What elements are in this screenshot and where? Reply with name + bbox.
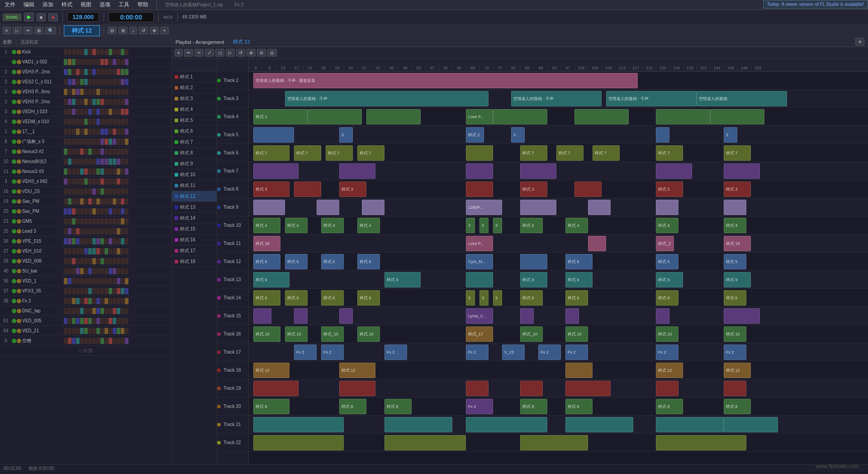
ch-solo-btn[interactable] bbox=[17, 249, 21, 254]
ch-pad[interactable] bbox=[80, 258, 84, 264]
ch-mute-btn[interactable] bbox=[12, 110, 16, 114]
ch-pad[interactable] bbox=[125, 168, 128, 175]
ch-pad[interactable] bbox=[88, 79, 92, 85]
ch-mute-btn[interactable] bbox=[12, 129, 16, 134]
grid-block[interactable] bbox=[574, 109, 629, 124]
ch-name[interactable]: VEH3 P...2ms bbox=[22, 99, 63, 104]
grid-block[interactable]: 样式 7 bbox=[294, 145, 321, 161]
ch-pad[interactable] bbox=[113, 248, 116, 254]
ch-name[interactable]: Lead 3 bbox=[22, 229, 63, 234]
menu-add[interactable]: 添加 bbox=[41, 1, 55, 9]
ch-pad[interactable] bbox=[113, 139, 116, 145]
ch-pad[interactable] bbox=[76, 49, 80, 55]
pattern-list-item[interactable]: 样式 11 bbox=[172, 180, 217, 191]
ch-pad[interactable] bbox=[76, 208, 80, 215]
ch-pad[interactable] bbox=[88, 119, 92, 125]
ch-pad[interactable] bbox=[80, 129, 84, 135]
ch-pad[interactable] bbox=[88, 258, 92, 264]
ch-pad[interactable] bbox=[96, 198, 100, 205]
ch-pad[interactable] bbox=[92, 248, 96, 254]
ch-pad[interactable] bbox=[109, 258, 112, 264]
menu-style[interactable]: 样式 bbox=[60, 1, 74, 9]
ch-pad[interactable] bbox=[92, 139, 96, 145]
ch-pad[interactable] bbox=[117, 188, 120, 195]
ch-pad[interactable] bbox=[76, 228, 80, 235]
ch-pad[interactable] bbox=[68, 129, 71, 135]
grid-block[interactable] bbox=[565, 308, 579, 324]
ch-name[interactable]: VPE_015 bbox=[22, 239, 63, 244]
ch-pad[interactable] bbox=[64, 288, 67, 294]
ch-name[interactable]: VED_008 bbox=[22, 259, 63, 263]
ch-pad[interactable] bbox=[109, 338, 112, 344]
ch-pad[interactable] bbox=[80, 119, 84, 125]
menu-help[interactable]: 帮助 bbox=[136, 1, 150, 9]
ch-pad[interactable] bbox=[76, 318, 80, 324]
ch-pad[interactable] bbox=[121, 178, 124, 185]
grid-block[interactable]: 样式 4 bbox=[357, 218, 380, 233]
ch-pad[interactable] bbox=[104, 238, 108, 244]
ch-pad[interactable] bbox=[121, 258, 124, 264]
ch-pad[interactable] bbox=[113, 59, 116, 65]
ch-pad[interactable] bbox=[125, 79, 128, 85]
grid-block[interactable]: 样式 9 bbox=[724, 272, 751, 287]
ch-pad[interactable] bbox=[109, 328, 112, 334]
ch-pad[interactable] bbox=[113, 208, 116, 215]
ch-pad[interactable] bbox=[84, 258, 88, 264]
ch-pad[interactable] bbox=[125, 308, 128, 314]
ch-pad[interactable] bbox=[92, 188, 96, 195]
ch-pad[interactable] bbox=[92, 328, 96, 334]
ch-pad[interactable] bbox=[80, 238, 84, 244]
ch-pad[interactable] bbox=[84, 99, 88, 105]
ch-pad[interactable] bbox=[92, 158, 96, 165]
ch-name[interactable]: VAD1_s 002 bbox=[22, 59, 63, 64]
pattern-list-item[interactable]: 样式 7 bbox=[172, 137, 217, 148]
ch-name[interactable]: SU_bar bbox=[22, 268, 63, 273]
ch-pad[interactable] bbox=[76, 328, 80, 334]
ch-pad[interactable] bbox=[96, 318, 100, 324]
ch-pad[interactable] bbox=[68, 148, 71, 155]
ch-mute-btn[interactable] bbox=[12, 309, 16, 313]
ch-pad[interactable] bbox=[92, 59, 96, 65]
ch-pad[interactable] bbox=[64, 69, 67, 75]
ch-pad[interactable] bbox=[121, 288, 124, 294]
grid-block[interactable] bbox=[710, 109, 764, 124]
grid-block[interactable]: 样式 6 bbox=[321, 290, 344, 306]
ch-pad[interactable] bbox=[64, 298, 67, 304]
ch-pad[interactable] bbox=[72, 178, 76, 185]
tb2-btn-1[interactable]: ≡ bbox=[3, 27, 11, 34]
ch-pad[interactable] bbox=[76, 278, 80, 284]
grid-block[interactable]: 样式 3 bbox=[656, 182, 683, 197]
grid-block[interactable] bbox=[253, 308, 271, 324]
ch-pad[interactable] bbox=[109, 59, 112, 65]
ch-name[interactable]: DNC_lap bbox=[22, 308, 63, 313]
ch-pad[interactable] bbox=[68, 218, 71, 225]
ch-pad[interactable] bbox=[84, 338, 88, 344]
ch-pad[interactable] bbox=[100, 89, 104, 95]
pattern-list-item[interactable]: 样式 6 bbox=[172, 126, 217, 137]
ch-pad[interactable] bbox=[92, 218, 96, 225]
ch-solo-btn[interactable] bbox=[17, 309, 21, 313]
grid-block[interactable] bbox=[656, 308, 669, 324]
ch-pad[interactable] bbox=[104, 168, 108, 175]
ch-mute-btn[interactable] bbox=[12, 289, 16, 293]
grid-block[interactable]: Fx 2 bbox=[565, 345, 588, 360]
ch-pad[interactable] bbox=[80, 268, 84, 274]
ch-name[interactable]: VED_1 bbox=[22, 278, 63, 283]
ch-pad[interactable] bbox=[104, 268, 108, 274]
ch-pad[interactable] bbox=[109, 178, 112, 185]
pl-tool-zoom-in[interactable]: ⊕ bbox=[247, 49, 256, 57]
ch-pad[interactable] bbox=[80, 288, 84, 294]
ch-pad[interactable] bbox=[64, 129, 67, 135]
ch-pad[interactable] bbox=[121, 49, 124, 55]
ch-solo-btn[interactable] bbox=[17, 90, 21, 94]
ch-pad[interactable] bbox=[64, 168, 67, 175]
ch-pad[interactable] bbox=[117, 198, 120, 205]
ch-mute-btn[interactable] bbox=[12, 70, 16, 74]
grid-block[interactable]: 空情老人的孤独 · 千声 bbox=[285, 91, 489, 106]
pattern-list-item[interactable]: 样式 5 bbox=[172, 115, 217, 126]
ch-pad[interactable] bbox=[64, 328, 67, 334]
ch-pad[interactable] bbox=[117, 238, 120, 244]
grid-block[interactable]: 样式 5 bbox=[321, 254, 344, 269]
grid-block[interactable]: 样式 6 bbox=[520, 290, 543, 306]
ch-pad[interactable] bbox=[109, 129, 112, 135]
